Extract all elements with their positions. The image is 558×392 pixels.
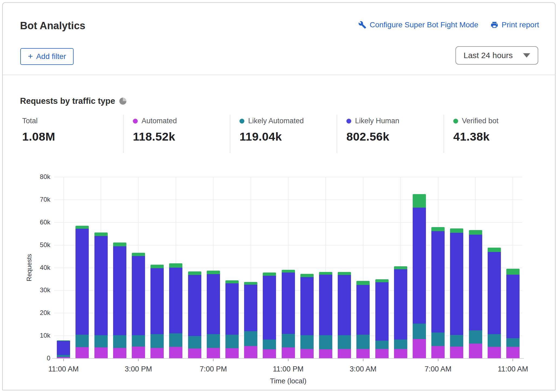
bar-500pm[interactable]	[169, 263, 182, 358]
segment-likely-automated	[356, 335, 370, 349]
verified-bot-legend-dot	[453, 119, 458, 124]
segment-automated	[450, 347, 463, 358]
segment-likely-human	[450, 233, 463, 335]
segment-automated	[413, 339, 426, 358]
segment-verified-bot	[207, 271, 220, 274]
segment-automated	[469, 344, 482, 358]
segment-likely-automated	[57, 355, 70, 357]
time-range-value: Last 24 hours	[464, 51, 513, 60]
bar-100pm[interactable]	[94, 232, 108, 358]
segment-likely-human	[132, 256, 145, 335]
x-tick-label: 7:00 AM	[425, 365, 451, 373]
wrench-icon	[358, 21, 366, 29]
segment-verified-bot	[282, 270, 295, 273]
segment-automated	[356, 349, 370, 358]
segment-verified-bot	[375, 279, 389, 282]
segment-likely-automated	[225, 335, 239, 348]
segment-automated	[282, 347, 295, 358]
configure-super-bot-fight-mode-link[interactable]: Configure Super Bot Fight Mode	[358, 21, 478, 29]
y-tick-label: 50k	[16, 241, 50, 249]
bar-500am[interactable]	[394, 266, 407, 358]
page-title: Bot Analytics	[20, 20, 85, 32]
y-tick-label: 70k	[16, 196, 50, 203]
segment-likely-automated	[263, 340, 276, 349]
x-tick	[363, 359, 363, 361]
segment-automated	[319, 349, 332, 358]
y-tick-label: 30k	[16, 286, 50, 294]
print-report-link[interactable]: Print report	[490, 21, 539, 29]
segment-automated	[375, 349, 389, 358]
segment-likely-human	[506, 275, 520, 338]
bar-600am[interactable]	[413, 194, 426, 358]
add-filter-label: Add filter	[36, 52, 66, 61]
segment-likely-human	[57, 341, 70, 355]
segment-verified-bot	[169, 263, 182, 268]
x-tick-label: 11:00 AM	[498, 365, 528, 373]
bar-1000am[interactable]	[488, 248, 501, 358]
bar-800am[interactable]	[450, 228, 463, 358]
v-gridline	[63, 177, 64, 358]
print-link-label: Print report	[502, 21, 539, 29]
segment-verified-bot	[394, 266, 407, 270]
plot-area	[54, 177, 522, 358]
segment-likely-automated	[188, 336, 201, 348]
segment-likely-human	[225, 283, 239, 335]
stat-value: 41.38k	[453, 130, 540, 143]
bar-1100am[interactable]	[57, 340, 70, 358]
segment-likely-automated	[375, 341, 389, 349]
bar-900am[interactable]	[469, 230, 482, 358]
segment-verified-bot	[356, 281, 370, 285]
bar-300pm[interactable]	[132, 253, 145, 358]
bar-300am[interactable]	[356, 281, 370, 358]
bar-700pm[interactable]	[207, 271, 220, 358]
bar-200pm[interactable]	[113, 242, 126, 358]
bar-1000pm[interactable]	[263, 273, 276, 358]
bar-900pm[interactable]	[244, 282, 257, 358]
bar-800pm[interactable]	[225, 280, 239, 358]
bar-1100am[interactable]	[506, 269, 520, 358]
bar-100am[interactable]	[319, 272, 332, 358]
segment-verified-bot	[469, 230, 482, 235]
segment-likely-human	[300, 277, 314, 335]
segment-likely-human	[431, 231, 445, 333]
y-tick-label: 40k	[16, 264, 50, 271]
x-tick	[63, 359, 64, 361]
segment-verified-bot	[225, 280, 239, 284]
bar-1100pm[interactable]	[282, 270, 295, 358]
x-tick-label: 11:00 PM	[273, 365, 304, 373]
segment-verified-bot	[150, 265, 164, 268]
add-filter-button[interactable]: + Add filter	[20, 48, 74, 65]
bar-1200am[interactable]	[300, 274, 314, 358]
segment-automated	[113, 348, 126, 358]
segment-verified-bot	[263, 273, 276, 276]
segment-likely-human	[319, 275, 332, 335]
segment-verified-bot	[76, 226, 89, 229]
time-range-select[interactable]: Last 24 hours	[455, 46, 538, 65]
x-tick-label: 11:00 AM	[48, 365, 79, 373]
stat-value: 119.04k	[239, 130, 337, 143]
segment-automated	[431, 346, 445, 358]
segment-likely-automated	[132, 335, 145, 347]
printer-icon	[490, 21, 498, 29]
bar-600pm[interactable]	[188, 271, 201, 358]
bar-400am[interactable]	[375, 279, 389, 358]
segment-likely-human	[488, 252, 501, 334]
x-tick	[438, 359, 438, 361]
segment-likely-human	[76, 229, 89, 335]
bar-1200pm[interactable]	[76, 226, 89, 358]
automated-legend-dot	[133, 119, 138, 124]
segment-likely-automated	[113, 335, 126, 348]
stats-row: Total 1.08M Automated 118.52k Likely Aut…	[20, 115, 540, 153]
x-tick-label: 3:00 PM	[125, 365, 152, 373]
stat-label: Total	[22, 117, 38, 125]
segment-likely-human	[94, 236, 108, 335]
stat-total: Total 1.08M	[20, 115, 123, 153]
bar-200am[interactable]	[338, 272, 351, 358]
segment-likely-automated	[413, 324, 426, 339]
bar-700am[interactable]	[431, 227, 445, 358]
bar-400pm[interactable]	[150, 265, 164, 358]
section-title: Requests by traffic type	[20, 96, 115, 106]
segment-likely-automated	[469, 330, 482, 344]
segment-verified-bot	[188, 271, 201, 275]
segment-verified-bot	[431, 227, 445, 231]
